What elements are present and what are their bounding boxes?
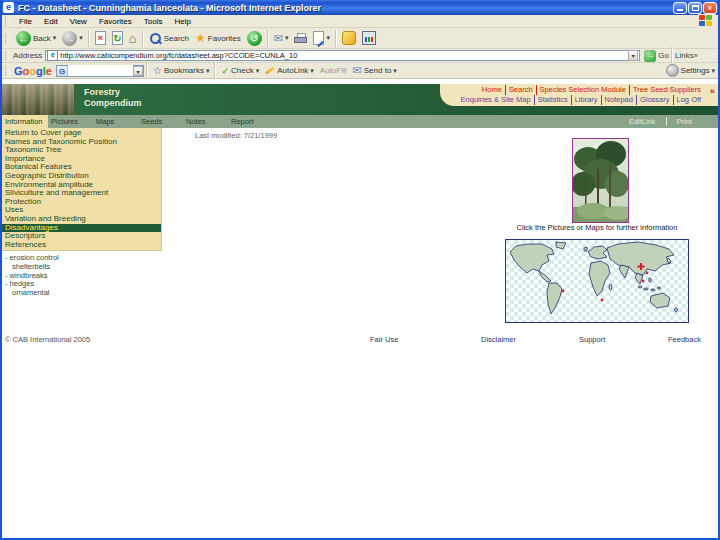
favorites-button[interactable]: ★ Favorites xyxy=(192,29,244,48)
mail-button[interactable]: ✉ ▾ xyxy=(271,29,292,48)
ie-app-icon: e xyxy=(3,2,14,13)
history-button[interactable]: ↺ xyxy=(244,29,265,48)
messenger-button[interactable] xyxy=(339,29,359,48)
tab-notes[interactable]: Notes xyxy=(183,115,228,128)
sidebar-item-descriptors[interactable]: Descriptors xyxy=(2,232,161,241)
google-search-input[interactable] xyxy=(68,65,133,76)
species-photo-thumbnail[interactable] xyxy=(572,138,629,223)
sidebar-item-disadvantages[interactable]: Disadvantages xyxy=(2,224,161,233)
nav-search-link[interactable]: Search xyxy=(506,85,537,95)
sidebar-item-silviculture[interactable]: Silviculture and management xyxy=(2,189,161,198)
nav-collapse-icon[interactable]: « xyxy=(710,86,715,96)
research-button[interactable] xyxy=(359,29,379,48)
toolbar-separator xyxy=(88,30,90,47)
sidebar-item-distribution[interactable]: Geographic Distribution xyxy=(2,172,161,181)
forward-icon: → xyxy=(62,31,77,46)
editlink-link[interactable]: EditLink xyxy=(629,115,656,128)
sidebar-item-protection[interactable]: Protection xyxy=(2,198,161,207)
minimize-button[interactable] xyxy=(673,2,687,14)
address-url-text[interactable]: http://www.cabicompendium.org/fc/datashe… xyxy=(60,51,628,60)
edit-button[interactable]: ▾ xyxy=(310,29,333,48)
edit-dropdown-icon[interactable]: ▾ xyxy=(326,34,330,42)
sidebar-item-references[interactable]: References xyxy=(2,241,161,250)
nav-logoff-link[interactable]: Log Off xyxy=(674,95,704,105)
google-g-icon[interactable]: G xyxy=(57,66,68,76)
autolink-button[interactable]: AutoLink ▾ xyxy=(262,64,317,78)
menu-tools[interactable]: Tools xyxy=(138,17,169,26)
back-button[interactable]: ← Back ▾ xyxy=(13,29,59,48)
check-dropdown-icon[interactable]: ▾ xyxy=(256,67,260,75)
forward-dropdown-icon[interactable]: ▾ xyxy=(79,34,83,42)
autolink-dropdown-icon[interactable]: ▾ xyxy=(310,67,314,75)
toolbar-grip[interactable] xyxy=(5,17,10,26)
autofill-button[interactable]: AutoFill xyxy=(317,64,350,78)
bookmarks-dropdown-icon[interactable]: ▾ xyxy=(206,67,210,75)
refresh-button[interactable]: ↻ xyxy=(109,29,126,48)
settings-dropdown-icon[interactable]: ▾ xyxy=(711,67,715,75)
go-button[interactable]: → Go xyxy=(644,50,669,62)
nav-species-selection-link[interactable]: Species Selection Module xyxy=(537,85,630,95)
sendto-button[interactable]: ✉ Send to ▾ xyxy=(350,64,400,78)
feedback-link[interactable]: Feedback xyxy=(668,335,701,344)
tab-report[interactable]: Report xyxy=(228,115,273,128)
google-search-dropdown[interactable]: ▾ xyxy=(133,66,143,76)
menu-edit[interactable]: Edit xyxy=(38,17,64,26)
sidebar-item-environmental[interactable]: Environmental amplitude xyxy=(2,181,161,190)
nav-glossary-link[interactable]: Glossary xyxy=(637,95,674,105)
nav-notepad-link[interactable]: Notepad xyxy=(602,95,637,105)
page-doc-icon: e xyxy=(47,50,58,61)
sidebar-item-importance[interactable]: Importance xyxy=(2,155,161,164)
nav-enquiries-link[interactable]: Enquiries & Site Map xyxy=(458,95,535,105)
address-input[interactable]: e http://www.cabicompendium.org/fc/datas… xyxy=(45,50,640,61)
distribution-map[interactable] xyxy=(505,239,689,323)
disclaimer-link[interactable]: Disclaimer xyxy=(481,335,516,344)
tab-information[interactable]: Information xyxy=(2,115,48,128)
back-dropdown-icon[interactable]: ▾ xyxy=(53,34,57,42)
toolbar-grip[interactable] xyxy=(5,66,10,75)
sidebar-item-botanical[interactable]: Botanical Features xyxy=(2,163,161,172)
map-caption: Click the Pictures or Maps for further i… xyxy=(502,223,692,232)
restore-button[interactable] xyxy=(688,2,702,14)
links-chevron-icon[interactable]: » xyxy=(694,52,698,59)
google-toolbar: Google G ▾ ☆ Bookmarks ▾ ✓ Check ▾ AutoL… xyxy=(2,63,718,79)
nav-library-link[interactable]: Library xyxy=(572,95,602,105)
search-button[interactable]: Search xyxy=(146,29,192,48)
google-search-box[interactable]: G ▾ xyxy=(56,65,144,77)
bookmarks-label: Bookmarks xyxy=(164,66,204,75)
nav-home-link[interactable]: Home xyxy=(479,85,506,95)
forward-button[interactable]: → ▾ xyxy=(59,29,86,48)
menu-help[interactable]: Help xyxy=(168,17,196,26)
spellcheck-button[interactable]: ✓ Check ▾ xyxy=(218,64,262,78)
links-label[interactable]: Links xyxy=(675,51,694,60)
settings-button[interactable]: Settings ▾ xyxy=(663,64,718,78)
sidebar-item-cover[interactable]: Return to Cover page xyxy=(2,129,161,138)
menu-favorites[interactable]: Favorites xyxy=(93,17,138,26)
print-link[interactable]: Print xyxy=(677,115,692,128)
stop-button[interactable]: × xyxy=(92,29,109,48)
support-link[interactable]: Support xyxy=(579,335,605,344)
tab-seeds[interactable]: Seeds xyxy=(138,115,183,128)
menu-file[interactable]: File xyxy=(13,17,38,26)
tab-maps[interactable]: Maps xyxy=(93,115,138,128)
sidebar-item-taxonomic-tree[interactable]: Taxonomic Tree xyxy=(2,146,161,155)
fair-use-link[interactable]: Fair Use xyxy=(370,335,398,344)
use-link-ornamental[interactable]: ornamental xyxy=(5,289,59,298)
toolbar-grip[interactable] xyxy=(5,51,10,60)
toolbar-grip[interactable] xyxy=(5,34,10,43)
menu-view[interactable]: View xyxy=(64,17,93,26)
mail-dropdown-icon[interactable]: ▾ xyxy=(285,34,289,42)
sidebar-item-uses[interactable]: Uses xyxy=(2,206,161,215)
close-button[interactable]: × xyxy=(703,2,717,14)
sidebar-item-variation[interactable]: Variation and Breeding xyxy=(2,215,161,224)
nav-tree-seed-link[interactable]: Tree Seed Suppliers xyxy=(630,85,704,95)
google-bookmarks-button[interactable]: ☆ Bookmarks ▾ xyxy=(150,64,213,78)
sidebar-item-names[interactable]: Names and Taxonomic Position xyxy=(2,138,161,147)
tab-pictures[interactable]: Pictures xyxy=(48,115,93,128)
address-dropdown-button[interactable]: ▾ xyxy=(628,50,638,61)
print-button[interactable] xyxy=(291,29,310,48)
header-forest-photo xyxy=(2,84,74,115)
sendto-dropdown-icon[interactable]: ▾ xyxy=(393,67,397,75)
home-button[interactable]: ⌂ xyxy=(126,29,140,48)
nav-statistics-link[interactable]: Statistics xyxy=(535,95,572,105)
refresh-icon: ↻ xyxy=(112,31,123,45)
